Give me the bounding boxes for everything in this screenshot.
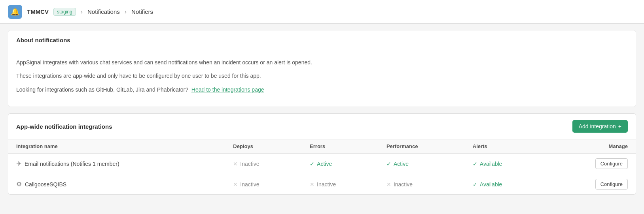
x-icon: ✕ — [233, 161, 238, 167]
col-deploys: Deploys — [225, 139, 302, 154]
status-cell: ✕Inactive — [225, 174, 302, 195]
integrations-title: App-wide notification integrations — [16, 123, 112, 130]
integration-name-cell: ✈Email notifications (Notifies 1 member) — [8, 154, 225, 174]
col-manage: Manage — [547, 139, 636, 154]
check-icon: ✓ — [310, 161, 314, 167]
status-label: Inactive — [240, 181, 259, 188]
col-performance: Performance — [379, 139, 465, 154]
breadcrumb-sep-1: › — [81, 8, 83, 15]
about-body-line1: AppSignal integrates with various chat s… — [16, 58, 628, 67]
plus-icon: + — [618, 123, 621, 130]
x-icon: ✕ — [386, 181, 391, 188]
status-cell: ✕Inactive — [225, 154, 302, 174]
org-name[interactable]: TMMCV — [27, 8, 49, 15]
integrations-table: Integration name Deploys Errors Performa… — [8, 139, 636, 194]
integrations-page-link[interactable]: Head to the integrations page — [191, 86, 264, 93]
status-cell: ✓Available — [465, 154, 547, 174]
about-notifications-card: About notifications AppSignal integrates… — [8, 30, 636, 107]
integration-name-label: Email notifications (Notifies 1 member) — [25, 161, 119, 167]
about-body-line2: These integrations are app-wide and only… — [16, 71, 628, 80]
breadcrumb-sep-2: › — [125, 8, 127, 15]
configure-button[interactable]: Configure — [595, 179, 628, 190]
table-header-row: Integration name Deploys Errors Performa… — [8, 139, 636, 154]
integration-name-cell: ⚙CallgooseSQIBS — [8, 174, 225, 195]
manage-cell: Configure — [547, 174, 636, 195]
status-cell: ✕Inactive — [379, 174, 465, 195]
main-content: About notifications AppSignal integrates… — [0, 24, 644, 207]
page-header: 🔔 TMMCV staging › Notifications › Notifi… — [0, 0, 644, 24]
status-label: Inactive — [317, 181, 336, 188]
integrations-card: App-wide notification integrations Add i… — [8, 113, 636, 195]
configure-button[interactable]: Configure — [595, 158, 628, 169]
about-notifications-title: About notifications — [16, 37, 628, 43]
check-icon: ✓ — [473, 161, 477, 167]
breadcrumb-notifications[interactable]: Notifications — [87, 8, 120, 15]
integration-name-label: CallgooseSQIBS — [25, 181, 66, 188]
status-label: Active — [394, 161, 409, 167]
x-icon: ✕ — [310, 181, 314, 188]
status-cell: ✓Active — [379, 154, 465, 174]
add-integration-button[interactable]: Add integration + — [572, 120, 628, 133]
integrations-card-header: App-wide notification integrations Add i… — [8, 114, 636, 139]
status-label: Inactive — [394, 181, 413, 188]
app-icon: 🔔 — [8, 5, 22, 19]
status-cell: ✕Inactive — [302, 174, 379, 195]
status-cell: ✓Active — [302, 154, 379, 174]
check-icon: ✓ — [473, 181, 477, 188]
check-icon: ✓ — [386, 161, 391, 167]
table-row: ✈Email notifications (Notifies 1 member)… — [8, 154, 636, 174]
col-errors: Errors — [302, 139, 379, 154]
env-badge[interactable]: staging — [53, 8, 76, 16]
col-alerts: Alerts — [465, 139, 547, 154]
status-cell: ✓Available — [465, 174, 547, 195]
bell-icon: 🔔 — [11, 8, 19, 16]
integration-icon: ⚙ — [16, 180, 22, 188]
manage-cell: Configure — [547, 154, 636, 174]
table-row: ⚙CallgooseSQIBS✕Inactive✕Inactive✕Inacti… — [8, 174, 636, 195]
col-integration-name: Integration name — [8, 139, 225, 154]
add-integration-label: Add integration — [579, 123, 616, 130]
integration-icon: ✈ — [16, 160, 21, 167]
x-icon: ✕ — [233, 181, 238, 188]
status-label: Inactive — [240, 161, 259, 167]
about-notifications-header: About notifications — [8, 30, 636, 50]
about-notifications-body: AppSignal integrates with various chat s… — [8, 50, 636, 107]
about-body-line3: Looking for integrations such as GitHub,… — [16, 85, 628, 94]
status-label: Available — [480, 161, 502, 167]
status-label: Available — [480, 181, 502, 188]
breadcrumb-notifiers: Notifiers — [131, 8, 153, 15]
status-label: Active — [317, 161, 332, 167]
